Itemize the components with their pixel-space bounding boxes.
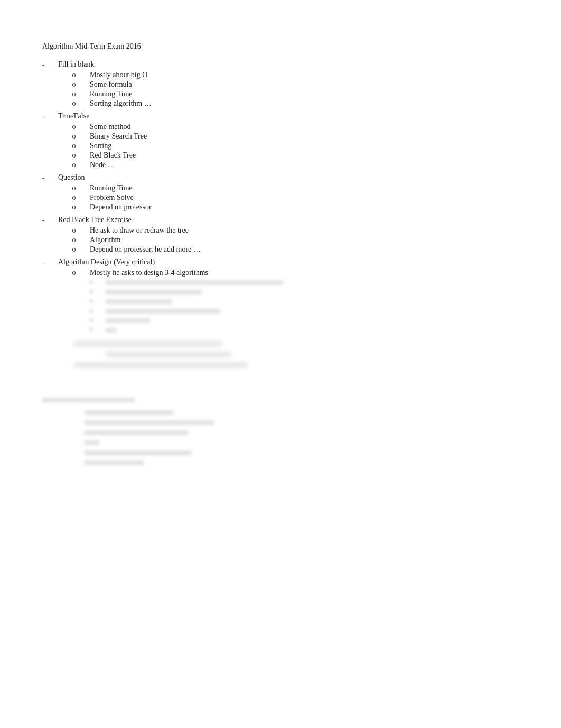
list-item: o Depend on professor bbox=[58, 203, 519, 211]
bottom-item-4: xxxx bbox=[85, 438, 519, 447]
list-item: o Binary Search Tree bbox=[58, 132, 519, 141]
blurred-marker: ▪ bbox=[90, 288, 106, 296]
sub-marker: o bbox=[58, 269, 90, 277]
question-sublist: o Running Time o Problem Solve o Depend … bbox=[58, 184, 519, 211]
bottom-items-list: xxxxxxxxxxxxxxxxxxxxxxxx xxxxxxxxxxxxxxx… bbox=[85, 408, 519, 467]
list-item: o Some formula bbox=[58, 80, 519, 89]
blurred-marker: ▪ bbox=[90, 326, 106, 334]
sub-marker: o bbox=[58, 245, 90, 254]
fill-in-blank-content: Fill in blank o Mostly about big O o Som… bbox=[58, 60, 519, 109]
list-item: o He ask to draw or redraw the tree bbox=[58, 226, 519, 235]
list-item-true-false: - True/False o Some method o Binary Sear… bbox=[42, 112, 519, 170]
sub-marker: o bbox=[58, 80, 90, 89]
list-item: o Running Time bbox=[58, 90, 519, 98]
blurred-item: ▪ xxxxxxxxxxxxxxxxxxxxxxxxxxxxxxx bbox=[90, 307, 519, 315]
blurred-marker: ▪ bbox=[90, 307, 106, 315]
blurred-item: ▪ xxxxxxxxxxxxxxxxxxxxxxxxxx bbox=[90, 288, 519, 296]
sub-item-text: Running Time bbox=[90, 90, 519, 98]
sub-item-text: Sorting algorithm … bbox=[90, 99, 519, 108]
bottom-item-5: xxxxxxxxxxxxxxxxxxxxxxxxxxxxx bbox=[85, 448, 519, 457]
page-title: Algorithm Mid-Term Exam 2016 bbox=[42, 42, 519, 51]
rbt-exercise-label: Red Black Tree Exercise bbox=[58, 216, 519, 224]
blurred-section-1: xxxxxxxxxxxxxxxxxxxxxxxxxxxxxxxxxxxxxxxx… bbox=[74, 339, 519, 369]
sub-item-text: Some method bbox=[90, 123, 519, 131]
list-item: o Mostly he asks to design 3-4 algorithm… bbox=[58, 269, 519, 277]
sub-item-text: Binary Search Tree bbox=[90, 132, 519, 141]
sub-item-text: Mostly he asks to design 3-4 algorithms bbox=[90, 269, 519, 277]
blurred-text: xxxxxxxxxxxxxxxxxxxxxxxxxxxxxxx bbox=[106, 307, 220, 315]
blurred-line-2: xxxxxxxxxxxxxxxxxxxxxxxxxxxxxxxxxx bbox=[106, 350, 231, 358]
rbt-exercise-sublist: o He ask to draw or redraw the tree o Al… bbox=[58, 226, 519, 254]
list-item-algorithm-design: - Algorithm Design (Very critical) o Mos… bbox=[42, 258, 519, 335]
bottom-section-title: xxxxxxxxxxxxxxxxxxxxxxxxx bbox=[42, 395, 519, 404]
blurred-line-1: xxxxxxxxxxxxxxxxxxxxxxxxxxxxxxxxxxxxxxxx bbox=[74, 339, 519, 348]
list-item: o Problem Solve bbox=[58, 193, 519, 202]
sub-item-text: Depend on professor, he add more … bbox=[90, 245, 519, 254]
rbt-exercise-content: Red Black Tree Exercise o He ask to draw… bbox=[58, 216, 519, 255]
sub-item-text: Sorting bbox=[90, 142, 519, 150]
sub-item-text: He ask to draw or redraw the tree bbox=[90, 226, 519, 235]
blurred-text: xxx bbox=[106, 326, 117, 334]
sub-item-text: Node … bbox=[90, 161, 519, 169]
sub-item-text: Algorithm bbox=[90, 236, 519, 244]
blurred-marker: ▪ bbox=[90, 278, 106, 287]
list-item-rbt-exercise: - Red Black Tree Exercise o He ask to dr… bbox=[42, 216, 519, 255]
algorithm-design-sublist: o Mostly he asks to design 3-4 algorithm… bbox=[58, 269, 519, 277]
blurred-marker: ▪ bbox=[90, 316, 106, 325]
sub-marker: o bbox=[58, 132, 90, 141]
sub-marker: o bbox=[58, 226, 90, 235]
blurred-item: ▪ xxxxxxxxxxxx bbox=[90, 316, 519, 325]
bottom-item-3: xxxxxxxxxxxxxxxxxxxxxxxxxxxx bbox=[85, 428, 519, 437]
bottom-section: xxxxxxxxxxxxxxxxxxxxxxxxx xxxxxxxxxxxxxx… bbox=[42, 395, 519, 467]
dash-3: - bbox=[42, 173, 58, 182]
blurred-text: xxxxxxxxxxxxxxxxxxxxxxxxxxxxxxxxxxxxxxxx… bbox=[106, 278, 283, 287]
fill-in-blank-label: Fill in blank bbox=[58, 60, 519, 69]
dash-1: - bbox=[42, 60, 58, 69]
list-item: o Depend on professor, he add more … bbox=[58, 245, 519, 254]
blurred-line-3: xxxxxxxxxxxxxxxxxxxxxxxxxxxxxxxxxxxxxxxx… bbox=[74, 361, 519, 369]
sub-marker: o bbox=[58, 71, 90, 79]
list-item: o Some method bbox=[58, 123, 519, 131]
sub-marker: o bbox=[58, 236, 90, 244]
sub-marker: o bbox=[58, 203, 90, 211]
bottom-item-6: xxxxxxxxxxxxxxxx bbox=[85, 458, 519, 467]
blurred-item: ▪ xxxxxxxxxxxxxxxxxx bbox=[90, 297, 519, 306]
sub-marker: o bbox=[58, 161, 90, 169]
dash-2: - bbox=[42, 112, 58, 121]
list-item-question: - Question o Running Time o Problem Solv… bbox=[42, 173, 519, 213]
sub-item-text: Red Black Tree bbox=[90, 151, 519, 160]
blurred-subitems: ▪ xxxxxxxxxxxxxxxxxxxxxxxxxxxxxxxxxxxxxx… bbox=[90, 278, 519, 334]
sub-item-text: Running Time bbox=[90, 184, 519, 192]
page-container: Algorithm Mid-Term Exam 2016 - Fill in b… bbox=[42, 42, 519, 467]
blurred-item: ▪ xxxxxxxxxxxxxxxxxxxxxxxxxxxxxxxxxxxxxx… bbox=[90, 278, 519, 287]
blurred-marker: ▪ bbox=[90, 297, 106, 306]
algorithm-design-label: Algorithm Design (Very critical) bbox=[58, 258, 519, 266]
sub-marker: o bbox=[58, 184, 90, 192]
sub-item-text: Depend on professor bbox=[90, 203, 519, 211]
list-item: o Mostly about big O bbox=[58, 71, 519, 79]
true-false-content: True/False o Some method o Binary Search… bbox=[58, 112, 519, 170]
sub-marker: o bbox=[58, 123, 90, 131]
sub-item-text: Mostly about big O bbox=[90, 71, 519, 79]
blurred-text: xxxxxxxxxxxx bbox=[106, 316, 150, 325]
list-item: o Node … bbox=[58, 161, 519, 169]
dash-4: - bbox=[42, 216, 58, 225]
blurred-text: xxxxxxxxxxxxxxxxxx bbox=[106, 297, 172, 306]
blurred-item: ▪ xxx bbox=[90, 326, 519, 334]
list-item-fill-in-blank: - Fill in blank o Mostly about big O o S… bbox=[42, 60, 519, 109]
sub-item-text: Problem Solve bbox=[90, 193, 519, 202]
question-label: Question bbox=[58, 173, 519, 182]
sub-item-text: Some formula bbox=[90, 80, 519, 89]
fill-in-blank-sublist: o Mostly about big O o Some formula o Ru… bbox=[58, 71, 519, 108]
sub-marker: o bbox=[58, 90, 90, 98]
list-item: o Red Black Tree bbox=[58, 151, 519, 160]
list-item: o Sorting bbox=[58, 142, 519, 150]
sub-marker: o bbox=[58, 99, 90, 108]
list-item: o Algorithm bbox=[58, 236, 519, 244]
dash-5: - bbox=[42, 258, 58, 267]
sub-marker: o bbox=[58, 142, 90, 150]
true-false-sublist: o Some method o Binary Search Tree o Sor… bbox=[58, 123, 519, 169]
question-content: Question o Running Time o Problem Solve … bbox=[58, 173, 519, 213]
list-item: o Sorting algorithm … bbox=[58, 99, 519, 108]
main-list: - Fill in blank o Mostly about big O o S… bbox=[42, 60, 519, 335]
